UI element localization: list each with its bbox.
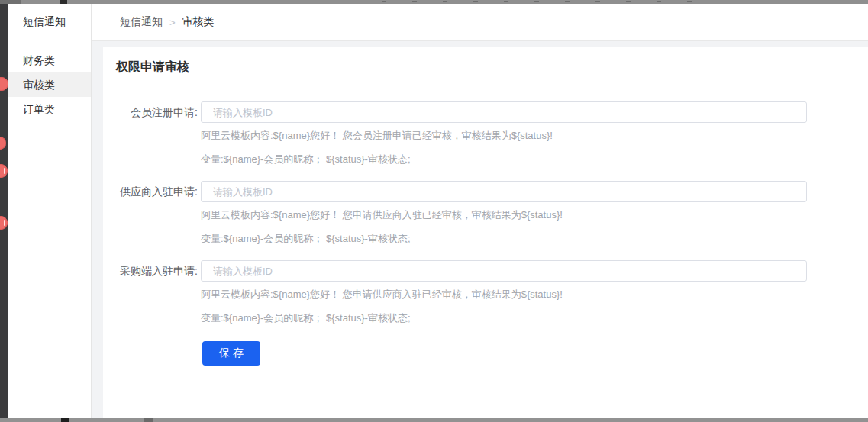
form-row-supplier-entry: 供应商入驻申请: 阿里云模板内容:${name}您好！ 您申请供应商入驻已经审核… [103, 181, 868, 244]
breadcrumb-current: 审核类 [182, 15, 215, 29]
template-content-hint: 阿里云模板内容:${name}您好！ 您会员注册申请已经审核，审核结果为${st… [201, 130, 807, 141]
template-variables-hint: 变量:${name}-会员的昵称； ${status}-审核状态; [201, 153, 807, 165]
template-variables-hint: 变量:${name}-会员的昵称； ${status}-审核状态; [201, 233, 807, 244]
sidebar: 短信通知 财务类 审核类 订单类 [8, 4, 92, 418]
bottom-edge-dark-segment [61, 418, 69, 422]
member-registration-template-input[interactable] [201, 101, 807, 123]
template-content-hint: 阿里云模板内容:${name}您好！ 您申请供应商入驻已经审核，审核结果为${s… [201, 209, 807, 221]
sms-template-form: 会员注册申请: 阿里云模板内容:${name}您好！ 您会员注册申请已经审核，审… [103, 101, 868, 366]
page-title: 权限申请审核 [116, 60, 868, 76]
save-row: 保存 [202, 341, 868, 366]
window-bottom-edge [0, 418, 868, 422]
title-divider [116, 89, 868, 89]
notification-badge-icon [0, 216, 8, 230]
template-content-hint: 阿里云模板内容:${name}您好！ 您申请供应商入驻已经审核，审核结果为${s… [201, 288, 807, 300]
sidebar-title: 短信通知 [8, 4, 91, 40]
notification-badge-icon [0, 137, 6, 150]
supplier-entry-template-input[interactable] [201, 181, 807, 202]
form-row-purchaser-entry: 采购端入驻申请: 阿里云模板内容:${name}您好！ 您申请供应商入驻已经审核… [103, 260, 868, 324]
form-row-member-registration: 会员注册申请: 阿里云模板内容:${name}您好！ 您会员注册申请已经审核，审… [103, 101, 868, 165]
template-variables-hint: 变量:${name}-会员的昵称； ${status}-审核状态; [201, 312, 807, 324]
purchaser-entry-template-input[interactable] [201, 260, 807, 282]
chevron-right-icon: > [169, 17, 176, 28]
sidebar-item-finance[interactable]: 财务类 [8, 48, 91, 72]
notification-badge-icon [0, 164, 8, 178]
breadcrumb: 短信通知 > 审核类 [92, 4, 868, 41]
top-edge-dashes [382, 1, 710, 2]
save-button[interactable]: 保存 [202, 341, 260, 366]
sidebar-menu: 财务类 审核类 订单类 [8, 40, 91, 121]
sidebar-item-order[interactable]: 订单类 [8, 97, 91, 121]
field-label: 会员注册申请: [103, 101, 198, 165]
audit-settings-card: 权限申请审核 会员注册申请: 阿里云模板内容:${name}您好！ 您会员注册申… [103, 47, 868, 418]
window-left-edge-strip [0, 4, 8, 418]
app-window: 短信通知 财务类 审核类 订单类 短信通知 > 审核类 权限申请审核 会员注册申… [0, 0, 868, 422]
field-label: 采购端入驻申请: [103, 260, 198, 324]
field-label: 供应商入驻申请: [103, 181, 198, 244]
sidebar-item-audit[interactable]: 审核类 [8, 72, 91, 97]
bottom-edge-segment [144, 418, 153, 422]
breadcrumb-root[interactable]: 短信通知 [120, 15, 163, 29]
